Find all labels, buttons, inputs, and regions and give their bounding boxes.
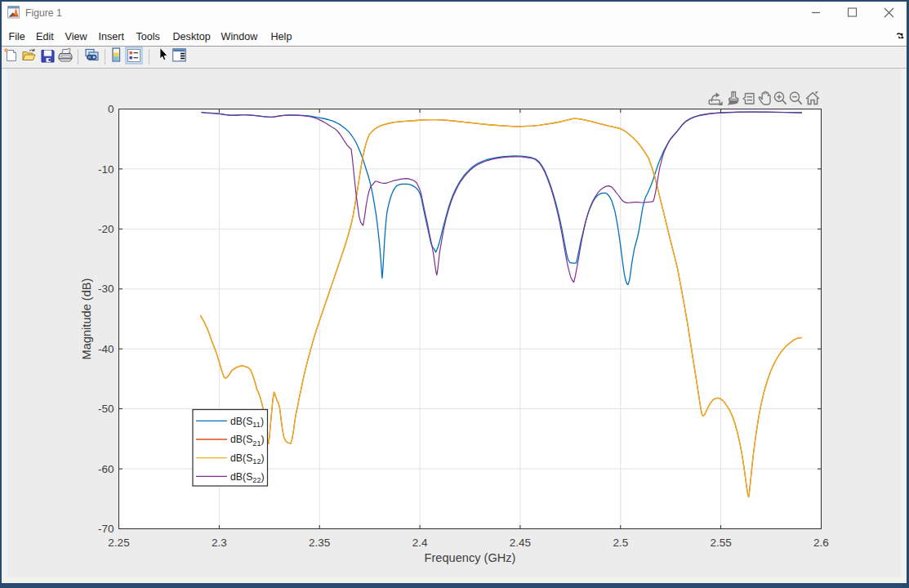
svg-text:2.35: 2.35 xyxy=(309,537,330,549)
svg-text:-20: -20 xyxy=(98,223,114,235)
svg-text:-40: -40 xyxy=(98,343,114,355)
svg-text:-60: -60 xyxy=(98,463,114,475)
svg-text:-50: -50 xyxy=(98,403,114,415)
svg-text:2.25: 2.25 xyxy=(108,537,129,549)
svg-text:Frequency (GHz): Frequency (GHz) xyxy=(425,551,516,564)
svg-text:2.6: 2.6 xyxy=(813,537,829,549)
svg-text:-30: -30 xyxy=(98,283,114,295)
svg-text:2.45: 2.45 xyxy=(510,537,531,549)
svg-text:-70: -70 xyxy=(98,523,114,535)
svg-text:2.5: 2.5 xyxy=(613,537,628,549)
svg-text:-10: -10 xyxy=(98,163,114,176)
svg-text:2.3: 2.3 xyxy=(212,537,227,549)
svg-text:2.4: 2.4 xyxy=(412,537,428,549)
svg-text:2.55: 2.55 xyxy=(710,537,731,549)
svg-text:Magnitude (dB): Magnitude (dB) xyxy=(80,278,93,360)
svg-text:0: 0 xyxy=(108,103,114,115)
